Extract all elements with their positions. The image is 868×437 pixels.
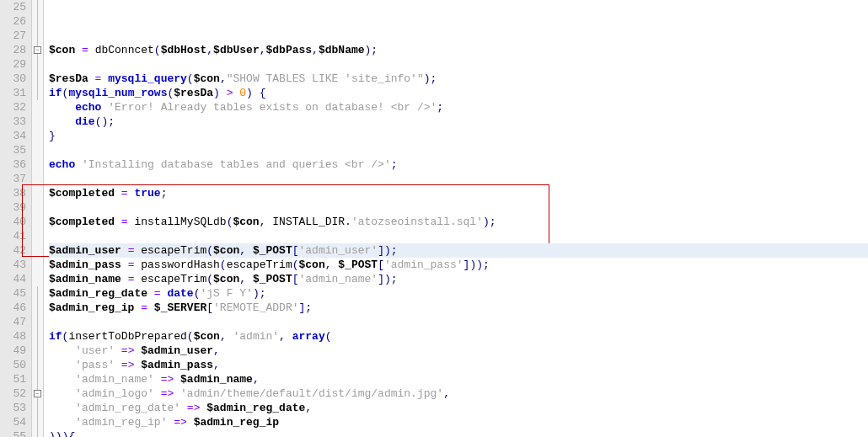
code-line[interactable]: die();: [49, 115, 868, 129]
line-number: 29: [3, 57, 26, 72]
line-number: 47: [3, 315, 26, 329]
line-number: 43: [3, 258, 26, 272]
line-number: 35: [3, 143, 26, 157]
line-number: 49: [3, 344, 26, 358]
line-number-gutter: 2526272829303132333435363738394041424344…: [0, 0, 32, 437]
code-line[interactable]: $completed = true;: [49, 186, 868, 200]
code-line[interactable]: [49, 172, 868, 186]
line-number: 33: [3, 115, 26, 129]
code-line[interactable]: [49, 315, 868, 329]
code-line[interactable]: [49, 143, 868, 157]
line-number: 40: [3, 215, 26, 229]
line-number: 31: [3, 86, 26, 100]
code-line[interactable]: [49, 229, 868, 243]
line-number: 52: [3, 386, 26, 401]
line-number: 34: [3, 129, 26, 143]
line-number: 30: [3, 72, 26, 86]
code-line[interactable]: if(insertToDbPrepared($con, 'admin', arr…: [49, 329, 868, 344]
line-number: 32: [3, 100, 26, 115]
code-line[interactable]: echo 'Error! Already tables exists on da…: [49, 100, 868, 115]
code-line[interactable]: 'admin_name' => $admin_name,: [49, 372, 868, 386]
code-line[interactable]: $con = dbConncet($dbHost,$dbUser,$dbPass…: [49, 43, 868, 57]
code-line[interactable]: [49, 57, 868, 72]
line-number: 27: [3, 29, 26, 43]
line-number: 50: [3, 358, 26, 372]
code-line[interactable]: $admin_user = escapeTrim($con, $_POST['a…: [49, 243, 868, 258]
line-number: 36: [3, 157, 26, 172]
code-editor: 2526272829303132333435363738394041424344…: [0, 0, 868, 437]
code-line[interactable]: 'admin_logo' => 'admin/theme/default/dis…: [49, 386, 868, 401]
code-line[interactable]: 'admin_reg_ip' => $admin_reg_ip: [49, 415, 868, 429]
code-line[interactable]: 'user' => $admin_user,: [49, 344, 868, 358]
code-line[interactable]: $admin_reg_date = date('jS F Y');: [49, 286, 868, 301]
line-number: 37: [3, 172, 26, 186]
line-number: 41: [3, 229, 26, 243]
line-number: 45: [3, 286, 26, 301]
fold-column[interactable]: −−: [32, 0, 44, 437]
code-line[interactable]: $resDa = mysqli_query($con,"SHOW TABLES …: [49, 72, 868, 86]
code-line[interactable]: }: [49, 129, 868, 143]
code-line[interactable]: [49, 200, 868, 215]
code-line[interactable]: echo 'Installing database tables and que…: [49, 157, 868, 172]
line-number: 44: [3, 272, 26, 286]
line-number: 42: [3, 243, 26, 258]
line-number: 51: [3, 372, 26, 386]
line-number: 39: [3, 200, 26, 215]
code-line[interactable]: $completed = installMySQLdb($con, INSTAL…: [49, 215, 868, 229]
code-line[interactable]: $admin_reg_ip = $_SERVER['REMOTE_ADDR'];: [49, 301, 868, 315]
line-number: 25: [3, 0, 26, 14]
code-line[interactable]: $admin_pass = passwordHash(escapeTrim($c…: [49, 258, 868, 272]
fold-toggle-icon[interactable]: −: [34, 46, 41, 54]
code-line[interactable]: ))){: [49, 429, 868, 437]
code-line[interactable]: if(mysqli_num_rows($resDa) > 0) {: [49, 86, 868, 100]
line-number: 55: [3, 429, 26, 437]
line-number: 54: [3, 415, 26, 429]
line-number: 26: [3, 14, 26, 29]
code-line[interactable]: 'pass' => $admin_pass,: [49, 358, 868, 372]
line-number: 46: [3, 301, 26, 315]
code-line[interactable]: 'admin_reg_date' => $admin_reg_date,: [49, 401, 868, 415]
line-number: 38: [3, 186, 26, 200]
line-number: 53: [3, 401, 26, 415]
code-line[interactable]: $admin_name = escapeTrim($con, $_POST['a…: [49, 272, 868, 286]
line-number: 48: [3, 329, 26, 344]
code-area[interactable]: $con = dbConncet($dbHost,$dbUser,$dbPass…: [44, 0, 868, 437]
fold-toggle-icon[interactable]: −: [34, 390, 41, 397]
line-number: 28: [3, 43, 26, 57]
